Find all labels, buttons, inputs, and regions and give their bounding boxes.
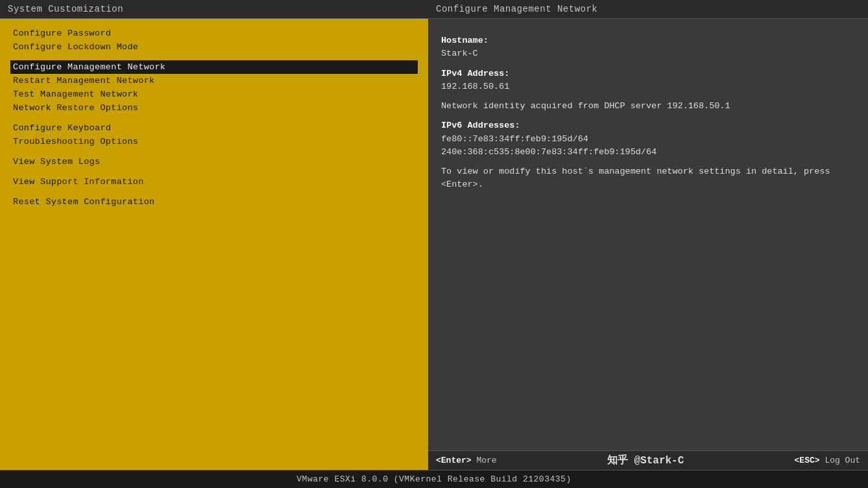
right-panel: Configure Management Network Hostname: S…	[428, 0, 868, 470]
hostname-value: Stark-C	[441, 47, 855, 60]
right-panel-header: Configure Management Network	[428, 0, 868, 19]
right-panel-title: Configure Management Network	[436, 4, 597, 14]
menu-item-configure-keyboard[interactable]: Configure Keyboard	[10, 121, 418, 135]
description-block: To view or modify this host´s management…	[441, 165, 855, 192]
menu-item-configure-password[interactable]: Configure Password	[10, 27, 418, 40]
separator-3	[10, 148, 418, 155]
menu-item-view-system-logs[interactable]: View System Logs	[10, 155, 418, 168]
menu-item-network-restore-options[interactable]: Network Restore Options	[10, 101, 418, 115]
esc-action: Log Out	[825, 456, 860, 465]
enter-hint-area: <Enter> More	[436, 456, 497, 465]
right-panel-content: Hostname: Stark-C IPv4 Address: 192.168.…	[428, 19, 868, 450]
description-text: To view or modify this host´s management…	[441, 165, 855, 192]
enter-hint[interactable]: <Enter>	[436, 456, 472, 465]
ipv6-block: IPv6 Addresses: fe80::7e83:34ff:feb9:195…	[441, 119, 855, 159]
right-bottom-bar: <Enter> More 知乎 @Stark-C <ESC> Log Out	[428, 450, 868, 470]
ipv6-label: IPv6 Addresses:	[441, 119, 855, 132]
left-panel-content: Configure Password Configure Lockdown Mo…	[0, 19, 428, 470]
main-area: System Customization Configure Password …	[0, 0, 868, 470]
hostname-block: Hostname: Stark-C	[441, 34, 855, 61]
separator-5	[10, 189, 418, 195]
separator-1	[10, 54, 418, 60]
ipv4-value: 192.168.50.61	[441, 80, 855, 93]
menu-item-configure-lockdown[interactable]: Configure Lockdown Mode	[10, 40, 418, 54]
status-text: VMware ESXi 8.0.0 (VMKernel Release Buil…	[296, 474, 571, 484]
enter-action: More	[476, 456, 496, 465]
dhcp-info: Network identity acquired from DHCP serv…	[441, 100, 855, 113]
ipv4-label: IPv4 Address:	[441, 67, 855, 80]
menu-item-configure-management-network[interactable]: Configure Management Network	[10, 60, 418, 74]
separator-2	[10, 115, 418, 121]
esc-hint[interactable]: <ESC>	[795, 456, 820, 465]
menu-item-troubleshooting-options[interactable]: Troubleshooting Options	[10, 135, 418, 148]
left-panel-header: System Customization	[0, 0, 428, 19]
ipv6-value1: fe80::7e83:34ff:feb9:195d/64	[441, 133, 855, 146]
status-bar: VMware ESXi 8.0.0 (VMKernel Release Buil…	[0, 470, 868, 488]
ipv6-value2: 240e:368:c535:8e00:7e83:34ff:feb9:195d/6…	[441, 146, 855, 159]
menu-item-restart-management-network[interactable]: Restart Management Network	[10, 74, 418, 87]
hostname-label: Hostname:	[441, 34, 855, 47]
separator-4	[10, 168, 418, 175]
menu-item-test-management-network[interactable]: Test Management Network	[10, 87, 418, 101]
watermark: 知乎 @Stark-C	[607, 454, 684, 467]
screen: System Customization Configure Password …	[0, 0, 868, 488]
ipv4-block: IPv4 Address: 192.168.50.61	[441, 67, 855, 94]
dhcp-block: Network identity acquired from DHCP serv…	[441, 100, 855, 113]
menu-item-reset-system-configuration[interactable]: Reset System Configuration	[10, 195, 418, 209]
esc-hint-area: <ESC> Log Out	[795, 456, 860, 465]
menu-item-view-support-information[interactable]: View Support Information	[10, 175, 418, 189]
left-panel: System Customization Configure Password …	[0, 0, 428, 470]
left-panel-title: System Customization	[8, 4, 123, 14]
